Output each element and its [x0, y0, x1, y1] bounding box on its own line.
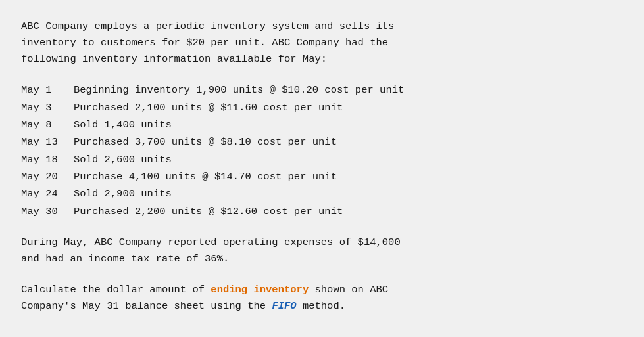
inventory-description: Sold 2,600 units [74, 151, 623, 168]
intro-line3: following inventory information availabl… [21, 53, 327, 65]
question-middle: shown on ABC [309, 284, 388, 296]
question-paragraph: Calculate the dollar amount of ending in… [21, 282, 623, 315]
ending-inventory-highlight: ending inventory [211, 284, 309, 296]
intro-paragraph: ABC Company employs a periodic inventory… [21, 18, 623, 67]
inventory-description: Purchased 2,200 units @ $12.60 cost per … [74, 203, 623, 220]
inventory-date: May 1 [21, 81, 74, 99]
inventory-description: Sold 2,900 units [74, 185, 623, 202]
inventory-row: May 13Purchased 3,700 units @ $8.10 cost… [21, 133, 623, 150]
inventory-row: May 3Purchased 2,100 units @ $11.60 cost… [21, 99, 623, 116]
intro-line2: inventory to customers for $20 per unit.… [21, 37, 388, 49]
expenses-line2: and had an income tax rate of 36%. [21, 253, 229, 265]
inventory-description: Sold 1,400 units [74, 116, 623, 133]
inventory-date: May 3 [21, 99, 74, 116]
question-line2-prefix: Company's May 31 balance sheet using the [21, 300, 272, 312]
inventory-date: May 8 [21, 116, 74, 133]
inventory-date: May 24 [21, 185, 74, 202]
inventory-description: Purchased 3,700 units @ $8.10 cost per u… [74, 133, 623, 150]
inventory-description: Purchased 2,100 units @ $11.60 cost per … [74, 99, 623, 116]
inventory-date: May 30 [21, 203, 74, 220]
main-container: ABC Company employs a periodic inventory… [0, 0, 644, 337]
inventory-row: May 30Purchased 2,200 units @ $12.60 cos… [21, 203, 623, 220]
inventory-row: May 18Sold 2,600 units [21, 151, 623, 168]
inventory-description: Purchase 4,100 units @ $14.70 cost per u… [74, 168, 623, 185]
inventory-date: May 13 [21, 133, 74, 150]
intro-line1: ABC Company employs a periodic inventory… [21, 20, 394, 32]
inventory-date: May 18 [21, 151, 74, 168]
fifo-highlight: FIFO [272, 300, 296, 312]
inventory-row: May 24Sold 2,900 units [21, 185, 623, 202]
inventory-row: May 1Beginning inventory 1,900 units @ $… [21, 81, 623, 99]
inventory-table: May 1Beginning inventory 1,900 units @ $… [21, 81, 623, 220]
inventory-row: May 20Purchase 4,100 units @ $14.70 cost… [21, 168, 623, 185]
question-prefix: Calculate the dollar amount of [21, 284, 211, 296]
expenses-paragraph: During May, ABC Company reported operati… [21, 235, 623, 267]
inventory-date: May 20 [21, 168, 74, 185]
inventory-description: Beginning inventory 1,900 units @ $10.20… [74, 81, 623, 99]
expenses-line1: During May, ABC Company reported operati… [21, 236, 401, 248]
inventory-row: May 8Sold 1,400 units [21, 116, 623, 133]
question-suffix: method. [297, 300, 345, 312]
